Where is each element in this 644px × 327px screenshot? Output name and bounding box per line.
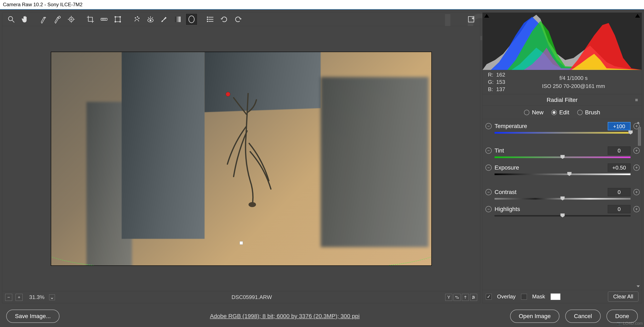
scrollbar-thumb[interactable] — [638, 127, 641, 146]
g-label: G: — [488, 79, 496, 85]
clear-all-button[interactable]: Clear All — [608, 291, 638, 302]
scroll-down-icon[interactable] — [636, 284, 640, 289]
chevron-down-icon[interactable]: ⌄ — [49, 294, 55, 300]
svg-rect-18 — [115, 17, 120, 22]
slider-exposure-value[interactable]: +0.50 — [608, 164, 630, 172]
svg-point-2 — [44, 17, 46, 18]
radial-filter-outline[interactable] — [51, 214, 432, 266]
histogram[interactable] — [482, 13, 642, 70]
svg-line-27 — [148, 17, 149, 18]
radial-filter-icon[interactable] — [186, 13, 198, 25]
mask-label: Mask — [532, 293, 545, 300]
panel-menu-icon[interactable]: ≡ — [635, 97, 638, 103]
mask-color-swatch[interactable] — [550, 293, 560, 300]
svg-point-20 — [120, 17, 121, 18]
slider-exposure-minus[interactable]: − — [486, 165, 492, 171]
target-adjust-icon[interactable] — [65, 13, 77, 25]
gradient-icon[interactable] — [172, 13, 184, 25]
slider-temperature-thumb[interactable] — [628, 130, 633, 134]
slider-contrast-minus[interactable]: − — [486, 189, 492, 195]
svg-point-0 — [8, 17, 13, 21]
slider-contrast-value[interactable]: 0 — [608, 188, 630, 196]
radial-filter-handle[interactable] — [240, 241, 243, 245]
slider-tint-thumb[interactable] — [560, 155, 565, 159]
slider-contrast-label: Contrast — [494, 189, 605, 195]
slider-highlights-thumb[interactable] — [560, 213, 565, 217]
svg-point-45 — [474, 297, 474, 297]
sliders-icon[interactable] — [470, 294, 477, 301]
cancel-button[interactable]: Cancel — [565, 309, 601, 323]
slider-contrast-thumb[interactable] — [560, 196, 565, 200]
zoom-value: 31.3% — [29, 294, 44, 300]
mode-brush[interactable]: Brush — [577, 109, 600, 116]
slider-exposure-plus[interactable]: + — [634, 165, 640, 171]
mode-new[interactable]: New — [524, 109, 544, 116]
rotate-ccw-icon[interactable] — [218, 13, 230, 25]
slider-contrast-track[interactable] — [494, 198, 630, 200]
image-preview[interactable] — [51, 52, 432, 266]
shadow-clipping-icon[interactable] — [484, 14, 489, 18]
zoom-level[interactable]: 31.3%⌄ — [26, 293, 58, 301]
mask-checkbox[interactable] — [521, 294, 527, 300]
radial-filter-pin[interactable] — [226, 92, 230, 97]
presets-icon[interactable] — [204, 13, 216, 25]
swap-icon[interactable] — [454, 294, 460, 301]
r-label: R: — [488, 72, 496, 78]
overlay-checkbox[interactable] — [486, 294, 492, 300]
slider-exposure-thumb[interactable] — [567, 172, 572, 176]
slider-temperature-minus[interactable]: − — [486, 123, 492, 129]
slider-highlights-minus[interactable]: − — [486, 206, 492, 212]
slider-tint: −Tint0+ — [486, 146, 640, 159]
brush-icon[interactable] — [158, 13, 170, 25]
fullscreen-icon[interactable] — [465, 13, 477, 25]
crop-icon[interactable] — [84, 13, 96, 25]
info-panel: R:162 G:153 B:137 f/4 1/1000 s ISO 250 7… — [482, 70, 642, 94]
slider-exposure-track[interactable] — [494, 173, 630, 176]
slider-highlights-value[interactable]: 0 — [608, 205, 630, 213]
panel-title-text: Radial Filter — [546, 97, 578, 103]
open-image-button[interactable]: Open Image — [510, 309, 560, 323]
slider-tint-track[interactable] — [494, 156, 630, 159]
workflow-link[interactable]: Adobe RGB (1998); 8 bit; 6000 by 3376 (2… — [65, 313, 505, 319]
svg-point-21 — [115, 21, 116, 22]
mode-brush-label: Brush — [585, 109, 600, 116]
svg-point-24 — [137, 17, 138, 17]
svg-line-1 — [12, 20, 14, 23]
filename: DSC05991.ARW — [62, 294, 442, 300]
color-sampler-icon[interactable] — [52, 13, 64, 25]
spot-removal-icon[interactable] — [131, 13, 143, 25]
slider-temperature-value[interactable]: +100 — [608, 122, 630, 130]
save-image-button[interactable]: Save Image... — [6, 309, 60, 323]
scroll-up-icon[interactable] — [636, 120, 640, 125]
watermark-small: 📷 LO4D.com — [617, 321, 643, 326]
slider-tint-minus[interactable]: − — [486, 148, 492, 154]
copy-settings-icon[interactable] — [462, 294, 469, 301]
mode-edit[interactable]: Edit — [551, 109, 569, 116]
zoom-in-button[interactable]: + — [16, 294, 22, 301]
slider-temperature-track[interactable] — [494, 132, 630, 134]
hand-icon[interactable] — [19, 13, 31, 25]
svg-line-28 — [152, 17, 153, 18]
slider-contrast-plus[interactable]: + — [634, 189, 640, 195]
straighten-icon[interactable] — [98, 13, 110, 25]
svg-point-30 — [150, 20, 151, 21]
slider-highlights-track[interactable] — [494, 215, 630, 217]
slider-temperature-label: Temperature — [494, 123, 605, 129]
preview-area[interactable] — [2, 26, 480, 291]
g-value: 153 — [496, 79, 511, 85]
svg-point-8 — [69, 17, 73, 21]
red-eye-icon[interactable] — [144, 13, 156, 25]
highlight-clipping-icon[interactable] — [635, 14, 640, 18]
slider-highlights-plus[interactable]: + — [634, 206, 640, 212]
zoom-out-button[interactable]: − — [5, 294, 12, 301]
rotate-cw-icon[interactable] — [232, 13, 244, 25]
slider-tint-value[interactable]: 0 — [608, 146, 630, 155]
compare-y-icon[interactable]: Y — [445, 294, 452, 301]
overlay-label: Overlay — [497, 293, 516, 300]
zoom-icon[interactable] — [5, 13, 17, 25]
transform-icon[interactable] — [112, 13, 124, 25]
slider-tint-plus[interactable]: + — [634, 148, 640, 154]
white-balance-icon[interactable] — [38, 13, 50, 25]
svg-point-25 — [138, 18, 139, 19]
svg-rect-14 — [101, 18, 107, 20]
